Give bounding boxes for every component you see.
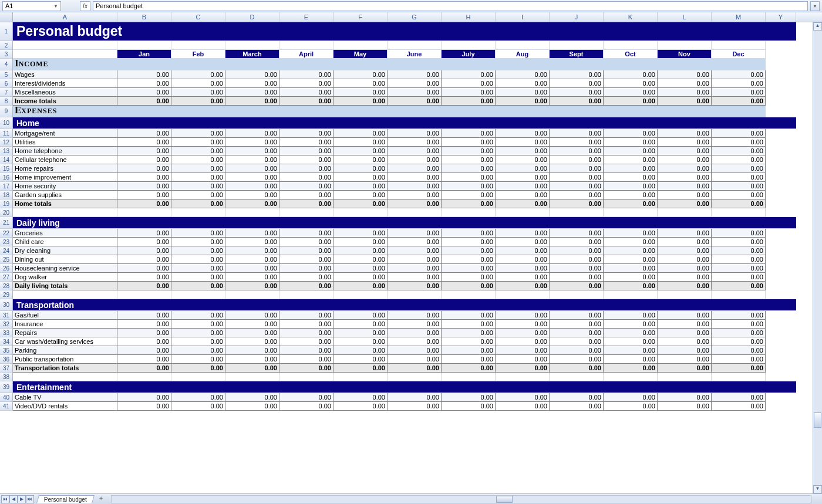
row-header[interactable]: 12 [0, 138, 13, 147]
cell[interactable] [117, 106, 171, 117]
cell[interactable]: 0.00 [117, 402, 171, 411]
cell[interactable] [171, 106, 225, 117]
cell[interactable]: 0.00 [658, 255, 712, 264]
cell[interactable]: 0.00 [388, 79, 442, 88]
cell[interactable]: 0.00 [658, 97, 712, 106]
cell[interactable] [712, 41, 766, 50]
cell[interactable]: 0.00 [171, 264, 225, 273]
cell[interactable] [604, 59, 658, 70]
row-label[interactable]: Home security [13, 182, 117, 191]
cell[interactable] [658, 208, 712, 217]
row-label[interactable]: Home telephone [13, 147, 117, 155]
row-header[interactable]: 9 [0, 106, 13, 117]
row-header[interactable]: 26 [0, 264, 13, 273]
cell[interactable]: 0.00 [496, 264, 550, 273]
cell[interactable]: 0.00 [171, 70, 225, 79]
cell[interactable]: 0.00 [550, 199, 604, 208]
cell[interactable]: 0.00 [117, 70, 171, 79]
cell[interactable]: 0.00 [171, 199, 225, 208]
cell[interactable]: 0.00 [496, 88, 550, 97]
category-header[interactable]: Daily living [13, 217, 796, 229]
cell[interactable]: 0.00 [658, 329, 712, 337]
cell[interactable] [712, 290, 766, 299]
cell[interactable]: 0.00 [442, 191, 496, 199]
cell[interactable]: 0.00 [712, 164, 766, 173]
cell[interactable] [712, 373, 766, 381]
cell[interactable]: 0.00 [117, 199, 171, 208]
month-header[interactable]: April [279, 50, 333, 59]
vertical-scrollbar[interactable]: ▲ ▼ [813, 22, 822, 493]
cell[interactable]: 0.00 [604, 355, 658, 364]
cell[interactable]: 0.00 [550, 155, 604, 164]
cell[interactable]: 0.00 [279, 320, 333, 329]
cell[interactable]: 0.00 [496, 320, 550, 329]
cell[interactable]: 0.00 [225, 191, 279, 199]
cell[interactable]: 0.00 [279, 129, 333, 138]
cell[interactable]: 0.00 [171, 393, 225, 402]
cell[interactable] [712, 208, 766, 217]
cell[interactable]: 0.00 [333, 364, 388, 373]
cell[interactable]: 0.00 [442, 355, 496, 364]
cell[interactable]: 0.00 [604, 402, 658, 411]
cell[interactable]: 0.00 [442, 70, 496, 79]
cell[interactable]: 0.00 [333, 182, 388, 191]
cell[interactable]: 0.00 [225, 355, 279, 364]
cell[interactable]: 0.00 [712, 364, 766, 373]
cell[interactable]: 0.00 [117, 155, 171, 164]
cell[interactable]: 0.00 [171, 164, 225, 173]
cell[interactable]: 0.00 [712, 282, 766, 290]
cell[interactable]: 0.00 [442, 402, 496, 411]
cell[interactable]: 0.00 [658, 238, 712, 246]
cell[interactable]: 0.00 [658, 402, 712, 411]
cell[interactable]: 0.00 [442, 364, 496, 373]
cell[interactable] [712, 106, 766, 117]
cell[interactable] [13, 208, 117, 217]
cell[interactable]: 0.00 [550, 246, 604, 255]
cell[interactable]: 0.00 [225, 129, 279, 138]
cell[interactable] [171, 208, 225, 217]
cell[interactable]: 0.00 [225, 255, 279, 264]
cell[interactable]: 0.00 [604, 138, 658, 147]
cell[interactable] [550, 59, 604, 70]
row-label[interactable]: Utilities [13, 138, 117, 147]
cell[interactable] [171, 41, 225, 50]
cell[interactable]: 0.00 [117, 282, 171, 290]
cell[interactable]: 0.00 [658, 337, 712, 346]
cell[interactable]: 0.00 [442, 264, 496, 273]
scroll-up-icon[interactable]: ▲ [813, 22, 822, 31]
cell[interactable]: 0.00 [279, 173, 333, 182]
cell[interactable]: 0.00 [333, 155, 388, 164]
cell[interactable]: 0.00 [333, 97, 388, 106]
cell[interactable] [225, 59, 279, 70]
cell[interactable] [442, 41, 496, 50]
cell[interactable]: 0.00 [496, 355, 550, 364]
cell[interactable] [604, 106, 658, 117]
cell[interactable]: 0.00 [442, 164, 496, 173]
cell[interactable] [604, 41, 658, 50]
cell[interactable] [225, 290, 279, 299]
cell[interactable]: 0.00 [333, 355, 388, 364]
cell[interactable] [550, 208, 604, 217]
cell[interactable]: 0.00 [496, 182, 550, 191]
row-label[interactable]: Groceries [13, 229, 117, 238]
cell[interactable]: 0.00 [225, 155, 279, 164]
month-header[interactable]: Aug [496, 50, 550, 59]
row-header[interactable]: 31 [0, 311, 13, 320]
scroll-track[interactable] [813, 31, 822, 485]
cell[interactable]: 0.00 [225, 182, 279, 191]
cell[interactable] [496, 290, 550, 299]
cell[interactable]: 0.00 [604, 79, 658, 88]
cell[interactable]: 0.00 [496, 129, 550, 138]
cell[interactable]: 0.00 [279, 70, 333, 79]
cell[interactable]: 0.00 [333, 238, 388, 246]
row-label[interactable]: Home repairs [13, 164, 117, 173]
cell[interactable] [117, 41, 171, 50]
cell[interactable] [442, 106, 496, 117]
row-label[interactable]: Wages [13, 70, 117, 79]
cell[interactable]: 0.00 [442, 155, 496, 164]
cell[interactable] [117, 59, 171, 70]
cell[interactable]: 0.00 [442, 238, 496, 246]
cell[interactable]: 0.00 [712, 238, 766, 246]
row-header[interactable]: 35 [0, 346, 13, 355]
row-label[interactable]: Mortgage/rent [13, 129, 117, 138]
